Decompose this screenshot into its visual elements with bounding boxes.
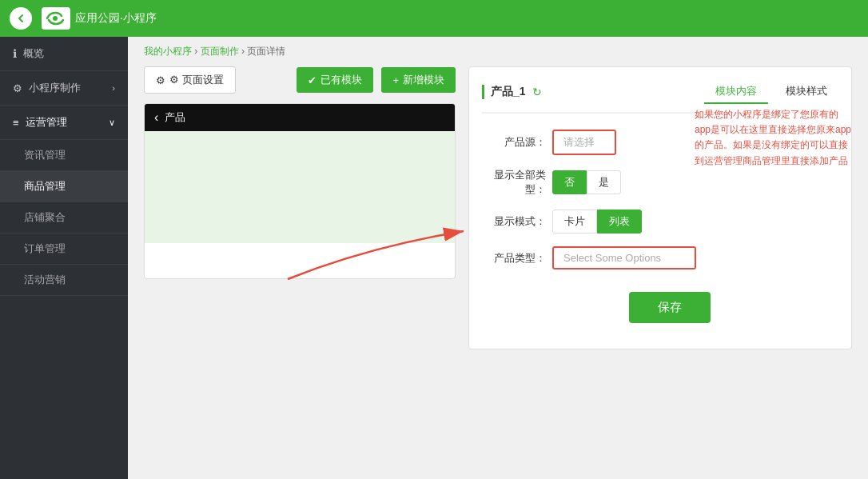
show-all-toggle: 否 是	[552, 170, 621, 194]
add-module-label: 新增模块	[403, 73, 444, 87]
tab-module-content[interactable]: 模块内容	[704, 80, 768, 104]
svg-point-0	[15, 13, 26, 24]
page-body: ⚙ ⚙ 页面设置 ✔ 已有模块 + 新增模块 ‹ 产品	[128, 66, 868, 365]
main-content: 我的小程序 › 页面制作 › 页面详情 ⚙ ⚙ 页面设置 ✔ 已有模块	[128, 37, 868, 479]
breadcrumb-page-make[interactable]: 页面制作	[201, 46, 239, 57]
sidebar-item-orders[interactable]: 订单管理	[0, 234, 128, 265]
phone-header: ‹ 产品	[145, 104, 455, 131]
sidebar-item-overview[interactable]: ℹ 概览	[0, 37, 128, 71]
display-mode-toggle: 卡片 列表	[552, 210, 642, 234]
phone-preview: ‹ 产品	[144, 103, 456, 279]
check-icon: ✔	[308, 74, 317, 86]
mode-list-button[interactable]: 列表	[597, 210, 642, 234]
breadcrumb-sep1: ›	[194, 46, 200, 57]
sidebar-item-shop[interactable]: 店铺聚合	[0, 202, 128, 234]
main-layout: ℹ 概览 ⚙ 小程序制作 › ≡ 运营管理 ∨ 资讯管理 商品管理 店铺聚合 订…	[0, 37, 868, 479]
mode-card-button[interactable]: 卡片	[552, 210, 597, 234]
settings-button[interactable]: ⚙ ⚙ 页面设置	[144, 66, 236, 94]
sidebar-item-ops[interactable]: ≡ 运营管理 ∨	[0, 106, 128, 140]
logo-area: 应用公园·小程序	[42, 7, 157, 30]
info-icon: ℹ	[13, 47, 17, 60]
sidebar-ops-label: 运营管理	[26, 115, 67, 130]
refresh-icon[interactable]: ↻	[532, 86, 542, 98]
product-type-select[interactable]: Select Some Options	[552, 246, 696, 269]
gear-icon: ⚙	[13, 82, 22, 94]
plus-icon: +	[392, 74, 399, 86]
save-button[interactable]: 保存	[629, 292, 711, 323]
phone-back-icon[interactable]: ‹	[154, 110, 158, 125]
sidebar-item-news[interactable]: 资讯管理	[0, 140, 128, 171]
show-all-yes-button[interactable]: 是	[587, 170, 621, 194]
product-type-label: 产品类型：	[482, 251, 546, 265]
tab-module-style[interactable]: 模块样式	[774, 80, 838, 104]
chevron-down-icon: ∨	[109, 118, 115, 128]
product-type-placeholder: Select Some Options	[563, 252, 661, 264]
chevron-right-icon: ›	[112, 83, 115, 93]
source-placeholder: 请选择	[563, 136, 595, 148]
sidebar-item-marketing[interactable]: 活动营销	[0, 265, 128, 296]
source-select[interactable]: 请选择	[552, 130, 616, 155]
has-module-button[interactable]: ✔ 已有模块	[297, 67, 373, 93]
sidebar-item-miniapp[interactable]: ⚙ 小程序制作 ›	[0, 71, 128, 106]
has-module-label: 已有模块	[321, 73, 362, 87]
sidebar-miniapp-label: 小程序制作	[29, 81, 81, 95]
toolbar: ⚙ ⚙ 页面设置 ✔ 已有模块 + 新增模块	[144, 66, 456, 94]
sidebar-item-goods[interactable]: 商品管理	[0, 171, 128, 202]
phone-content-area	[145, 131, 455, 243]
breadcrumb-page-detail: 页面详情	[247, 46, 285, 57]
settings-icon: ⚙	[156, 74, 165, 86]
list-icon: ≡	[13, 117, 19, 129]
source-label: 产品源：	[482, 135, 546, 150]
form-row-save: 保存	[482, 285, 838, 323]
save-label: 保存	[658, 300, 682, 313]
sidebar-overview-label: 概览	[23, 46, 44, 61]
form-row-show-all: 显示全部类型： 否 是	[482, 168, 838, 197]
logo-icon	[42, 7, 70, 30]
left-panel: ⚙ ⚙ 页面设置 ✔ 已有模块 + 新增模块 ‹ 产品	[144, 66, 456, 349]
sidebar: ℹ 概览 ⚙ 小程序制作 › ≡ 运营管理 ∨ 资讯管理 商品管理 店铺聚合 订…	[0, 37, 128, 479]
right-panel: 产品_1 ↻ 模块内容 模块样式 产品源： 请选择	[468, 66, 852, 349]
settings-label: ⚙ 页面设置	[169, 73, 224, 87]
breadcrumb: 我的小程序 › 页面制作 › 页面详情	[128, 37, 868, 66]
app-title: 应用公园·小程序	[75, 11, 157, 26]
form-row-product-type: 产品类型： Select Some Options	[482, 246, 838, 269]
display-mode-label: 显示模式：	[482, 214, 546, 229]
show-all-no-button[interactable]: 否	[552, 170, 587, 194]
back-button[interactable]	[10, 7, 32, 30]
breadcrumb-miniapp[interactable]: 我的小程序	[144, 46, 192, 57]
phone-title: 产品	[165, 110, 185, 125]
annotation-text: 如果您的小程序是绑定了您原有的app是可以在这里直接选择您原来app的产品。如果…	[695, 107, 854, 169]
top-bar: 应用公园·小程序	[0, 0, 868, 37]
sidebar-sub-menu: 资讯管理 商品管理 店铺聚合 订单管理 活动营销	[0, 140, 128, 296]
add-module-button[interactable]: + 新增模块	[381, 67, 456, 93]
module-title: 产品_1	[482, 85, 526, 99]
show-all-label: 显示全部类型：	[482, 168, 546, 197]
form-row-display-mode: 显示模式： 卡片 列表	[482, 210, 838, 234]
svg-point-1	[53, 16, 58, 21]
